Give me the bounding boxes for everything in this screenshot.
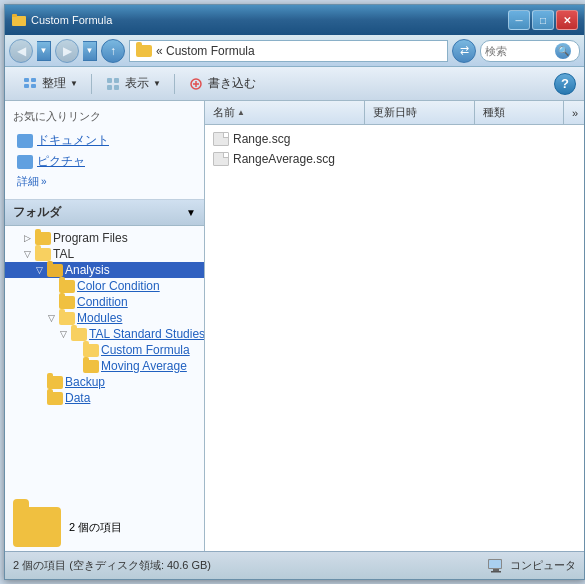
detail-label: 詳細 xyxy=(17,174,39,189)
forward-dropdown[interactable]: ▼ xyxy=(83,41,97,61)
search-input[interactable] xyxy=(485,45,555,57)
sort-arrow: ▲ xyxy=(237,108,245,117)
write-label: 書き込む xyxy=(208,75,256,92)
col-header-date[interactable]: 更新日時 xyxy=(365,101,475,124)
tree-item-moving-average[interactable]: Moving Average xyxy=(5,358,204,374)
toolbar: 整理 ▼ 表示 ▼ xyxy=(5,67,584,101)
expander-custom-formula xyxy=(69,344,81,356)
back-button[interactable]: ◀ xyxy=(9,39,33,63)
folder-icon-custom-formula xyxy=(83,344,99,357)
expander-modules: ▽ xyxy=(45,312,57,324)
tree-item-condition[interactable]: Condition xyxy=(5,294,204,310)
main-content: お気に入りリンク ドキュメント ピクチャ 詳細 » フォルダ ▼ xyxy=(5,101,584,551)
svg-rect-7 xyxy=(107,78,112,83)
back-dropdown[interactable]: ▼ xyxy=(37,41,51,61)
svg-rect-3 xyxy=(24,78,29,82)
help-button[interactable]: ? xyxy=(554,73,576,95)
search-box[interactable]: 🔍 xyxy=(480,40,580,62)
folder-icon-modules xyxy=(59,312,75,325)
view-arrow: ▼ xyxy=(153,79,161,88)
expander-data xyxy=(33,392,45,404)
write-icon xyxy=(188,76,204,92)
documents-label: ドキュメント xyxy=(37,132,109,149)
tree-item-custom-formula[interactable]: Custom Formula xyxy=(5,342,204,358)
refresh-button[interactable]: ⇄ xyxy=(452,39,476,63)
separator-1 xyxy=(91,74,92,94)
col-type-label: 種類 xyxy=(483,105,505,120)
folder-icon-analysis xyxy=(47,264,63,277)
status-text: 2 個の項目 (空きディスク領域: 40.6 GB) xyxy=(13,559,211,571)
search-button[interactable]: 🔍 xyxy=(555,43,571,59)
folders-header[interactable]: フォルダ ▼ xyxy=(5,200,204,226)
expander-moving-average xyxy=(69,360,81,372)
svg-rect-10 xyxy=(114,85,119,90)
favorite-pictures[interactable]: ピクチャ xyxy=(13,151,196,172)
close-button[interactable]: ✕ xyxy=(556,10,578,30)
label-tal: TAL xyxy=(53,247,74,261)
status-left: 2 個の項目 (空きディスク領域: 40.6 GB) xyxy=(13,558,486,573)
item-count-bottom: 2 個の項目 xyxy=(69,520,122,535)
svg-rect-17 xyxy=(491,571,501,573)
file-name-0: Range.scg xyxy=(233,132,383,146)
right-pane: 名前 ▲ 更新日時 種類 » Range.scg RangeAver xyxy=(205,101,584,551)
svg-rect-6 xyxy=(31,84,36,88)
label-analysis: Analysis xyxy=(65,263,110,277)
minimize-button[interactable]: ─ xyxy=(508,10,530,30)
detail-arrow: » xyxy=(41,176,47,187)
favorites-section: お気に入りリンク ドキュメント ピクチャ 詳細 » xyxy=(5,101,204,200)
folder-icon-condition xyxy=(59,296,75,309)
view-button[interactable]: 表示 ▼ xyxy=(96,71,170,97)
organize-button[interactable]: 整理 ▼ xyxy=(13,71,87,97)
favorite-documents[interactable]: ドキュメント xyxy=(13,130,196,151)
detail-link[interactable]: 詳細 » xyxy=(13,172,196,191)
tree-item-modules[interactable]: ▽ Modules xyxy=(5,310,204,326)
tree-item-program-files[interactable]: ▷ Program Files xyxy=(5,230,204,246)
file-item-1[interactable]: RangeAverage.scg xyxy=(205,149,584,169)
svg-rect-9 xyxy=(107,85,112,90)
title-bar: Custom Formula ─ □ ✕ xyxy=(5,5,584,35)
expander-color-condition xyxy=(45,280,57,292)
documents-icon xyxy=(17,134,33,148)
up-button[interactable]: ↑ xyxy=(101,39,125,63)
label-tal-standard: TAL Standard Studies xyxy=(89,327,204,341)
expander-analysis: ▽ xyxy=(33,264,45,276)
col-date-label: 更新日時 xyxy=(373,105,417,120)
tree-item-color-condition[interactable]: Color Condition xyxy=(5,278,204,294)
col-expand-button[interactable]: » xyxy=(564,101,584,124)
col-header-name[interactable]: 名前 ▲ xyxy=(205,101,365,124)
tree-item-data[interactable]: Data xyxy=(5,390,204,406)
svg-rect-15 xyxy=(489,560,501,568)
left-pane: お気に入りリンク ドキュメント ピクチャ 詳細 » フォルダ ▼ xyxy=(5,101,205,551)
tree-item-tal[interactable]: ▽ TAL xyxy=(5,246,204,262)
col-header-type[interactable]: 種類 xyxy=(475,101,564,124)
file-item-0[interactable]: Range.scg xyxy=(205,129,584,149)
write-button[interactable]: 書き込む xyxy=(179,71,265,97)
tree-item-tal-standard[interactable]: ▽ TAL Standard Studies xyxy=(5,326,204,342)
organize-label: 整理 xyxy=(42,75,66,92)
folder-icon-color-condition xyxy=(59,280,75,293)
file-name-1: RangeAverage.scg xyxy=(233,152,383,166)
file-icon-0 xyxy=(213,132,229,146)
tree-container[interactable]: ▷ Program Files ▽ TAL ▽ Analysis xyxy=(5,226,204,503)
label-program-files: Program Files xyxy=(53,231,128,245)
tree-item-backup[interactable]: Backup xyxy=(5,374,204,390)
status-computer-label: コンピュータ xyxy=(510,558,576,573)
title-bar-left: Custom Formula xyxy=(11,12,112,28)
bottom-folder-area: 2 個の項目 xyxy=(5,503,204,551)
pictures-label: ピクチャ xyxy=(37,153,85,170)
maximize-button[interactable]: □ xyxy=(532,10,554,30)
window-icon xyxy=(11,12,27,28)
svg-rect-16 xyxy=(493,569,499,571)
title-controls: ─ □ ✕ xyxy=(508,10,578,30)
tree-item-analysis[interactable]: ▽ Analysis xyxy=(5,262,204,278)
file-icon-1 xyxy=(213,152,229,166)
path-label: « Custom Formula xyxy=(156,44,255,58)
path-folder-icon xyxy=(136,45,152,57)
svg-rect-5 xyxy=(24,84,29,88)
address-path[interactable]: « Custom Formula xyxy=(129,40,448,62)
expander-backup xyxy=(33,376,45,388)
label-custom-formula: Custom Formula xyxy=(101,343,190,357)
forward-button[interactable]: ▶ xyxy=(55,39,79,63)
big-folder-icon xyxy=(13,507,61,547)
folder-icon-data xyxy=(47,392,63,405)
